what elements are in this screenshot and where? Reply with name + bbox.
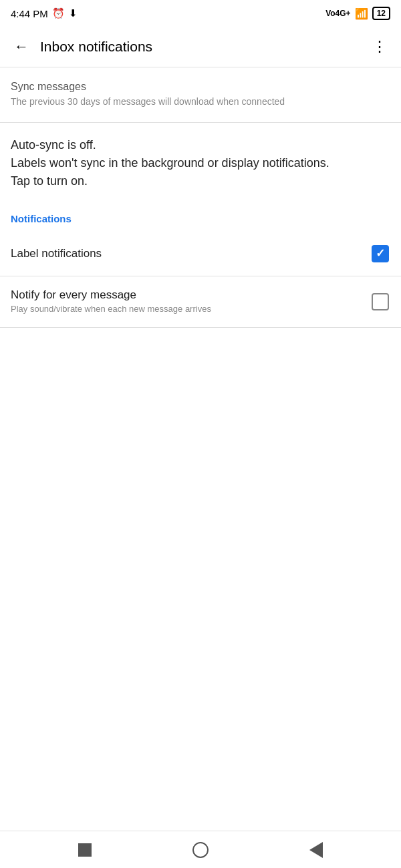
back-icon — [309, 842, 323, 858]
recent-apps-button[interactable] — [70, 835, 100, 865]
more-options-button[interactable]: ⋮ — [366, 33, 393, 60]
sync-messages-title: Sync messages — [11, 81, 390, 93]
autosync-line2: Labels won't sync in the background or d… — [11, 154, 390, 172]
app-bar: ← Inbox notifications ⋮ — [0, 27, 401, 67]
bottom-nav — [0, 831, 401, 868]
time-display: 4:44 PM — [11, 8, 48, 19]
autosync-line1: Auto-sync is off. — [11, 136, 390, 154]
notify-every-message-row[interactable]: Notify for every message Play sound/vibr… — [0, 276, 401, 327]
notifications-section-label: Notifications — [11, 213, 72, 224]
main-content: Sync messages The previous 30 days of me… — [0, 67, 401, 831]
battery-indicator: 12 — [372, 7, 390, 20]
autosync-banner[interactable]: Auto-sync is off. Labels won't sync in t… — [0, 123, 401, 204]
back-nav-button[interactable] — [301, 835, 331, 865]
status-bar: 4:44 PM ⏰ ⬇ Vo4G+ 📶 12 — [0, 0, 401, 27]
sync-messages-section: Sync messages The previous 30 days of me… — [0, 67, 401, 122]
page-title: Inbox notifications — [35, 39, 366, 55]
label-notifications-title: Label notifications — [11, 247, 360, 260]
download-icon: ⬇ — [69, 7, 78, 19]
notify-every-message-text: Notify for every message Play sound/vibr… — [11, 288, 370, 315]
divider-below-rows — [0, 327, 401, 328]
sync-messages-description: The previous 30 days of messages will do… — [11, 95, 390, 109]
back-button[interactable]: ← — [8, 33, 35, 60]
home-button[interactable] — [186, 835, 215, 865]
network-icon: Vo4G+ — [325, 9, 350, 18]
notifications-header: Notifications — [0, 204, 401, 232]
status-left: 4:44 PM ⏰ ⬇ — [11, 7, 78, 19]
home-icon — [192, 842, 209, 858]
alarm-icon: ⏰ — [52, 7, 65, 19]
label-notifications-checkbox[interactable] — [370, 244, 390, 264]
status-right: Vo4G+ 📶 12 — [325, 7, 390, 20]
notify-every-message-checkbox[interactable] — [370, 292, 390, 312]
notify-every-message-title: Notify for every message — [11, 288, 360, 302]
label-notifications-text: Label notifications — [11, 247, 370, 260]
checkbox-checked-icon — [372, 245, 389, 262]
label-notifications-row[interactable]: Label notifications — [0, 232, 401, 276]
recent-apps-icon — [78, 843, 92, 857]
notify-every-message-subtitle: Play sound/vibrate when each new message… — [11, 303, 360, 315]
autosync-line3: Tap to turn on. — [11, 172, 390, 190]
signal-bars-icon: 📶 — [355, 7, 368, 20]
checkbox-unchecked-icon — [372, 293, 389, 310]
